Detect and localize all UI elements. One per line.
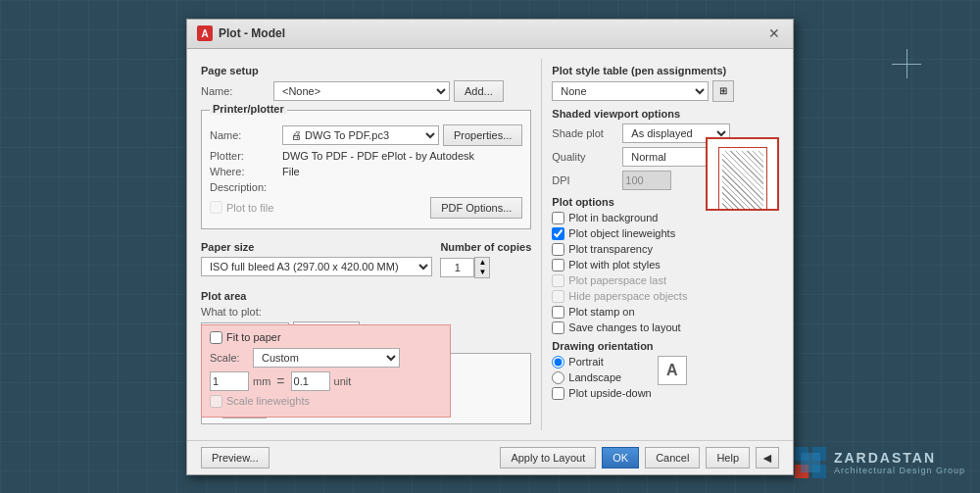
description-row: Description: <box>210 181 522 193</box>
hide-paperspace-label: Hide paperspace objects <box>568 290 687 302</box>
pdf-options-button[interactable]: PDF Options... <box>430 197 522 219</box>
dialog-title-text: Plot - Model <box>219 26 285 40</box>
scale-unit1: mm <box>253 375 270 387</box>
where-row: Where: File <box>210 166 522 177</box>
scale-values-row: mm = unit <box>210 371 442 391</box>
plot-background-label: Plot in background <box>568 212 658 223</box>
plotter-label: Plotter: <box>210 150 278 162</box>
dpi-label: DPI <box>552 174 618 186</box>
paper-copies-row: Paper size ISO full bleed A3 (297.00 x 4… <box>201 235 531 278</box>
copies-input[interactable] <box>440 258 474 277</box>
copies-group: Number of copies ▲ ▼ <box>440 235 531 278</box>
printer-name-row: Name: 🖨 DWG To PDF.pc3 Properties... <box>210 124 522 146</box>
portrait-label: Portrait <box>568 356 603 368</box>
plot-stamp-row: Plot stamp on <box>552 306 779 319</box>
scale-value2-input[interactable] <box>291 371 330 391</box>
dialog-titlebar: A Plot - Model ✕ <box>187 20 793 49</box>
portrait-row: Portrait <box>552 356 651 369</box>
help-button[interactable]: Help <box>706 447 750 468</box>
scale-select[interactable]: Custom <box>253 348 400 368</box>
where-label: Where: <box>210 166 278 177</box>
cancel-button[interactable]: Cancel <box>645 447 700 468</box>
what-to-plot-row: What to plot: <box>201 306 360 318</box>
plot-area-label: Plot area <box>201 290 360 302</box>
plot-upside-down-label: Plot upside-down <box>568 387 651 399</box>
preview-paper <box>718 147 767 211</box>
plot-to-file-checkbox <box>210 201 222 214</box>
plot-dialog: A Plot - Model ✕ Page setup Name: <None>… <box>186 19 794 475</box>
copies-spinbox: ▲ ▼ <box>440 257 531 278</box>
add-button[interactable]: Add... <box>454 80 504 102</box>
plot-transparency-label: Plot transparency <box>568 243 653 255</box>
plot-to-file-row: Plot to file PDF Options... <box>210 197 522 219</box>
back-button[interactable]: ◄ <box>756 447 779 468</box>
plot-styles-row: Plot with plot styles <box>552 259 779 271</box>
copies-down-arrow[interactable]: ▼ <box>475 268 489 277</box>
paper-size-select[interactable]: ISO full bleed A3 (297.00 x 420.00 MM) <box>201 257 432 276</box>
scale-value1-input[interactable] <box>210 371 249 391</box>
scale-lineweights-row: Scale lineweights <box>210 395 442 408</box>
plot-upside-down-row: Plot upside-down <box>552 387 651 400</box>
copies-up-arrow[interactable]: ▲ <box>475 258 489 268</box>
dpi-input[interactable] <box>622 171 671 190</box>
plot-style-row: None ⊞ <box>552 80 779 102</box>
copies-label: Number of copies <box>440 241 531 253</box>
plot-transparency-checkbox[interactable] <box>552 243 564 256</box>
plot-paperspace-last-row: Plot paperspace last <box>552 274 779 287</box>
plot-lineweights-label: Plot object lineweights <box>568 227 675 239</box>
plot-style-select[interactable]: None <box>552 81 709 101</box>
plot-paperspace-last-label: Plot paperspace last <box>568 274 666 286</box>
ok-button[interactable]: OK <box>602 447 639 468</box>
scale-unit2: unit <box>334 375 352 387</box>
plot-styles-label: Plot with plot styles <box>568 259 661 271</box>
fit-to-paper-row: Fit to paper <box>210 331 442 344</box>
paper-size-label: Paper size <box>201 241 432 253</box>
page-setup-name-select[interactable]: <None> <box>273 81 450 101</box>
close-button[interactable]: ✕ <box>765 25 783 42</box>
table-grid-button[interactable]: ⊞ <box>712 80 734 102</box>
save-changes-checkbox[interactable] <box>552 321 564 334</box>
printer-plotter-group: Printer/plotter Name: 🖨 DWG To PDF.pc3 P… <box>201 110 531 229</box>
right-column: Plot style table (pen assignments) None … <box>541 59 779 430</box>
hide-paperspace-checkbox <box>552 290 564 303</box>
logo-subtitle: Architectural Design Group <box>834 466 965 475</box>
plot-background-checkbox[interactable] <box>552 212 564 224</box>
plotter-row: Plotter: DWG To PDF - PDF ePlot - by Aut… <box>210 150 522 162</box>
properties-button[interactable]: Properties... <box>443 124 522 146</box>
plot-stamp-label: Plot stamp on <box>568 306 634 318</box>
scale-value2-container: unit <box>291 371 352 391</box>
plotter-value: DWG To PDF - PDF ePlot - by Autodesk <box>282 150 474 162</box>
scale-lineweights-checkbox <box>210 395 222 408</box>
dialog-title: A Plot - Model <box>197 25 285 41</box>
orientation-radios: Portrait Landscape Plot upside-down <box>552 356 651 403</box>
shaded-viewport-label: Shaded viewport options <box>552 108 779 120</box>
dialog-footer: Preview... Apply to Layout OK Cancel Hel… <box>187 440 793 474</box>
printer-plotter-title: Printer/plotter <box>210 103 287 115</box>
scale-value2-row: unit <box>291 371 352 391</box>
plot-paperspace-last-checkbox <box>552 274 564 287</box>
landscape-radio[interactable] <box>552 371 564 384</box>
scale-row: Scale: Custom <box>210 348 442 368</box>
preview-height-label: 420 <box>777 167 779 179</box>
plot-upside-down-checkbox[interactable] <box>552 387 564 400</box>
svg-rect-4 <box>801 453 820 472</box>
plot-lineweights-checkbox[interactable] <box>552 227 564 240</box>
plot-style-label: Plot style table (pen assignments) <box>552 65 779 76</box>
portrait-radio[interactable] <box>552 356 564 369</box>
quality-label: Quality <box>552 151 618 163</box>
printer-name-select[interactable]: 🖨 DWG To PDF.pc3 <box>282 125 439 145</box>
shade-plot-label: Shade plot <box>552 127 618 139</box>
plot-scale-group: Fit to paper Scale: Custom mm = unit <box>201 324 451 418</box>
preview-button[interactable]: Preview... <box>201 447 270 468</box>
apply-to-layout-button[interactable]: Apply to Layout <box>500 447 596 468</box>
plot-styles-checkbox[interactable] <box>552 259 564 271</box>
logo-name: ZARDASTAN <box>834 450 965 466</box>
where-value: File <box>282 166 300 177</box>
what-to-plot-label: What to plot: <box>201 306 262 318</box>
plot-to-file-label: Plot to file <box>226 202 273 214</box>
plot-stamp-checkbox[interactable] <box>552 306 564 319</box>
logo-icon <box>795 447 826 478</box>
hide-paperspace-row: Hide paperspace objects <box>552 290 779 303</box>
fit-to-paper-checkbox[interactable] <box>210 331 222 344</box>
scale-equals: = <box>274 373 286 389</box>
